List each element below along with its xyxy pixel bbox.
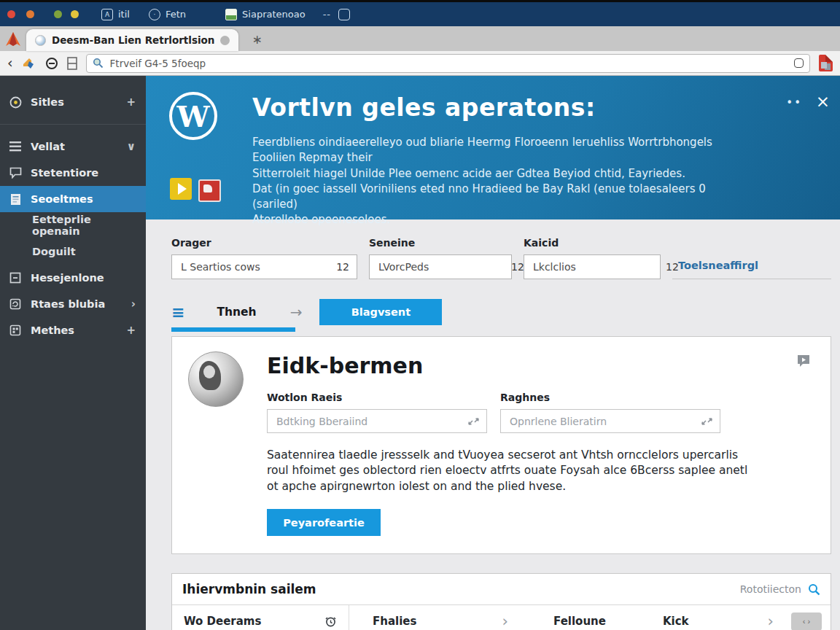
tab-mute-icon[interactable] <box>220 36 230 45</box>
pager-right-icon: › <box>808 617 811 626</box>
close-traffic-light[interactable] <box>7 10 15 18</box>
menubar-label: Siapratenoao <box>242 9 306 20</box>
menubar-label: Fetn <box>166 9 186 20</box>
extra-traffic-light[interactable] <box>71 10 79 18</box>
clock-badge-icon <box>9 96 22 109</box>
filter-input-box[interactable]: 12 <box>171 254 357 279</box>
select-input[interactable] <box>275 415 468 428</box>
filter-field-kaicid: Kaicid 12 <box>524 237 661 279</box>
frame-icon[interactable] <box>338 9 350 20</box>
sidebar-item-rtaes-blubia[interactable]: Rtaes blubia › <box>0 291 146 317</box>
column-header-fhalies[interactable]: Fhalies › <box>349 612 508 630</box>
wordpress-logo-icon: W <box>169 92 217 140</box>
filter-input[interactable] <box>532 260 661 273</box>
menubar-item-fetn[interactable]: · Fetn <box>149 9 186 20</box>
sidebar-item-label: Doguilt <box>32 246 136 257</box>
field-label: Wotlon Raeis <box>267 392 487 403</box>
sidebar-item-label: Rtaes blubia <box>31 298 122 310</box>
url-bar[interactable] <box>86 54 810 73</box>
banner-line: Dat (in goec iassell Voriniliens eted nn… <box>252 182 745 213</box>
browser-toolbar: ‹ <box>0 51 840 76</box>
browser-tab-active[interactable]: Deesm-Ban Lien Retrlortlsion <box>26 29 238 51</box>
refresh-square-icon <box>9 298 22 311</box>
close-icon[interactable]: × <box>816 92 830 111</box>
grid-icon <box>9 324 22 337</box>
speech-bubble-icon[interactable] <box>796 353 812 369</box>
profile-card: Eidk-bermen Wotlon Raeis <box>171 336 831 554</box>
tab-thneh[interactable]: Thneh <box>217 306 256 319</box>
profile-name: Eidk-bermen <box>267 353 813 378</box>
filter-input[interactable] <box>377 260 507 273</box>
filter-input-box[interactable]: 12 <box>369 254 512 279</box>
expand-arrows-icon[interactable] <box>468 417 479 426</box>
browser-tabstrip: Deesm-Ban Lien Retrlortlsion ∗ <box>0 26 840 51</box>
video-badge-icon[interactable] <box>198 179 221 202</box>
blagvsent-button[interactable]: Blagvsent <box>319 299 442 325</box>
zoom-traffic-light[interactable] <box>54 10 62 18</box>
menubar-dashes: -- <box>323 9 331 20</box>
app-window: A itil · Fetn Siapratenoao -- Deesm-Ban … <box>0 0 840 630</box>
new-tab-button[interactable]: ∗ <box>252 32 262 47</box>
sidebar-item-label: Stetentiore <box>31 167 136 179</box>
filter-input-box[interactable]: 12 <box>524 254 661 279</box>
section-header: Ihiervmbnin sailem Rototiiecton <box>172 574 831 605</box>
reader-mode-icon[interactable] <box>794 58 804 68</box>
home-button[interactable] <box>22 57 36 70</box>
red-document-icon[interactable] <box>819 55 833 71</box>
select-box[interactable] <box>500 409 720 433</box>
refresh-button[interactable] <box>45 57 58 70</box>
hamburger-icon[interactable]: ≡ <box>171 303 184 322</box>
video-play-icon[interactable] <box>170 178 192 200</box>
tools-link[interactable]: Toelsneaffirgl <box>678 260 758 271</box>
sidebar-item-sitles[interactable]: Sitles + <box>0 89 146 115</box>
minimize-traffic-light[interactable] <box>26 10 34 18</box>
os-menubar: A itil · Fetn Siapratenoao -- <box>0 0 840 26</box>
back-button[interactable]: ‹ <box>7 56 13 70</box>
sidebar-subitem-doguilt[interactable]: Doguilt <box>0 238 146 265</box>
column-header-wo-deerams[interactable]: Wo Deerams <box>172 605 349 630</box>
sidebar-item-stetentiore[interactable]: Stetentiore <box>0 160 146 186</box>
url-input[interactable] <box>109 57 789 70</box>
menubar-item-siapratenoao[interactable]: Siapratenoao <box>225 9 306 20</box>
banner-more-button[interactable]: •• <box>786 96 802 109</box>
section-search[interactable]: Rototiiecton <box>740 583 820 596</box>
primary-action-button[interactable]: Peyarofeartie <box>267 509 381 536</box>
filter-input[interactable] <box>179 260 332 273</box>
chevron-right-icon: › <box>131 298 136 311</box>
comment-icon <box>9 166 22 179</box>
filter-count: 12 <box>336 261 349 273</box>
items-section-card: Ihiervmbnin sailem Rototiiecton Wo Deera… <box>171 573 831 630</box>
chevron-right-icon[interactable]: › <box>502 612 508 630</box>
banner-media-icons <box>170 178 221 202</box>
banner-line: Atorellobe opeeneseloes. <box>252 212 745 228</box>
field-label: Orager <box>171 237 357 249</box>
select-input[interactable] <box>508 415 701 428</box>
filter-count: 12 <box>511 261 524 273</box>
select-box[interactable] <box>267 409 487 433</box>
sidebar-item-hesejenlone[interactable]: Hesejenlone <box>0 265 146 291</box>
menubar-item-app[interactable]: A itil <box>101 9 130 20</box>
tab-favicon-icon <box>35 35 46 46</box>
sidebar-toggle-button[interactable] <box>67 57 77 70</box>
pager-button[interactable]: ‹ › <box>791 612 822 630</box>
section-title: Ihiervmbnin sailem <box>182 582 316 596</box>
list-icon <box>9 140 22 153</box>
field-label: Seneine <box>369 237 512 249</box>
sidebar-item-seoeltmes[interactable]: Seoeltmes <box>0 186 146 212</box>
table-column-headers: Wo Deerams Fhalies › Felloune Kick › <box>172 605 831 630</box>
menubar-label: itil <box>118 9 130 20</box>
search-icon[interactable] <box>808 583 820 596</box>
banner-line: Sitterroleit hiagel Unilde Plee oemenc a… <box>252 166 745 182</box>
column-header-felloune[interactable]: Felloune <box>553 615 606 628</box>
profile-field-wotlon: Wotlon Raeis <box>267 392 487 433</box>
profile-field-raghnes: Raghnes <box>500 392 720 433</box>
sidebar-item-methes[interactable]: Methes + <box>0 317 146 343</box>
browser-logo-icon <box>4 31 22 48</box>
field-label: Kaicid <box>524 237 661 249</box>
expand-arrows-icon[interactable] <box>701 417 712 426</box>
sidebar-item-vellat[interactable]: Vellat ∨ <box>0 133 146 160</box>
chevron-right-icon[interactable]: › <box>768 612 774 630</box>
column-header-kick[interactable]: Kick <box>663 615 689 628</box>
sidebar-subitem-eetteprlie[interactable]: Eetteprlie openain <box>0 212 146 238</box>
admin-sidebar: Sitles + Vellat ∨ Stetentiore <box>0 76 146 630</box>
